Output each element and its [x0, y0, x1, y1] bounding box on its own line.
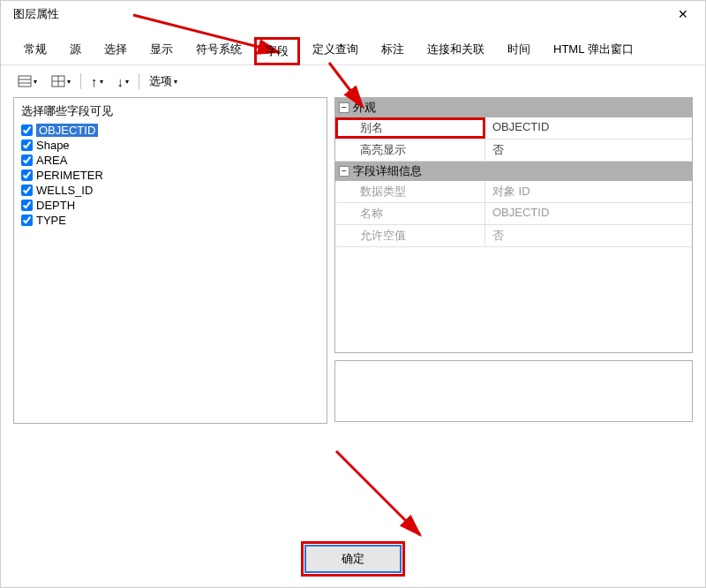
list-icon: [18, 74, 32, 88]
svg-rect-0: [19, 76, 31, 87]
property-value: 否: [485, 225, 692, 246]
options-button[interactable]: 选项 ▾: [145, 71, 182, 92]
field-checkbox[interactable]: [21, 200, 33, 211]
toolbar-separator: [139, 73, 139, 89]
field-label: TYPE: [36, 214, 66, 227]
arrow-down-icon: ↓: [117, 74, 124, 89]
toolbar: ▾ ▾ ↑ ▾ ↓ ▾ 选项 ▾: [1, 65, 705, 97]
close-button[interactable]: ✕: [670, 1, 696, 27]
tab-符号系统[interactable]: 符号系统: [185, 36, 252, 64]
field-label: PERIMETER: [36, 169, 103, 182]
field-checkbox[interactable]: [21, 185, 33, 196]
caret-icon: ▾: [125, 78, 129, 86]
tab-label: 符号系统: [196, 42, 242, 56]
tab-连接和关联[interactable]: 连接和关联: [417, 36, 495, 64]
group-appearance-header[interactable]: − 外观: [335, 98, 692, 117]
field-item[interactable]: DEPTH: [19, 198, 321, 213]
property-name: 数据类型: [335, 181, 485, 202]
table-icon: [51, 74, 65, 88]
property-value: OBJECTID: [485, 117, 692, 139]
caret-icon: ▾: [34, 78, 37, 86]
field-label: AREA: [36, 154, 67, 167]
field-table-button[interactable]: ▾: [47, 72, 75, 91]
property-name: 允许空值: [335, 225, 485, 246]
right-wrap: − 外观 别名OBJECTID高亮显示否 − 字段详细信息 数据类型对象 ID名…: [334, 97, 693, 424]
field-item[interactable]: TYPE: [19, 213, 321, 228]
footer: 确定: [1, 545, 705, 573]
field-checkbox[interactable]: [21, 124, 33, 136]
caret-icon: ▾: [67, 78, 71, 86]
group-detail-header[interactable]: − 字段详细信息: [335, 162, 692, 181]
property-value: 否: [485, 139, 692, 161]
close-icon: ✕: [678, 7, 688, 21]
property-name: 名称: [335, 203, 485, 224]
properties-pane: − 外观 别名OBJECTID高亮显示否 − 字段详细信息 数据类型对象 ID名…: [334, 97, 693, 353]
layer-properties-dialog: 图层属性 ✕ 常规源选择显示符号系统字段定义查询标注连接和关联时间HTML 弹出…: [0, 0, 706, 588]
move-down-button[interactable]: ↓ ▾: [113, 72, 134, 92]
tab-常规[interactable]: 常规: [13, 36, 57, 64]
field-item[interactable]: AREA: [19, 153, 321, 168]
collapse-icon: −: [339, 102, 349, 113]
titlebar: 图层属性 ✕: [1, 1, 705, 27]
field-label: WELLS_ID: [36, 184, 93, 197]
tab-label: 定义查询: [312, 42, 358, 56]
property-name: 高亮显示: [335, 139, 485, 161]
tab-显示[interactable]: 显示: [139, 36, 184, 64]
tab-源[interactable]: 源: [59, 36, 92, 64]
description-pane: [334, 360, 693, 422]
tab-label: 源: [70, 42, 81, 56]
field-item[interactable]: OBJECTID: [19, 123, 321, 138]
tab-定义查询[interactable]: 定义查询: [302, 36, 369, 64]
ok-label: 确定: [342, 551, 364, 567]
tab-label: 时间: [507, 42, 530, 56]
tab-label: HTML 弹出窗口: [553, 42, 634, 56]
property-value: 对象 ID: [485, 181, 692, 202]
field-label: OBJECTID: [36, 124, 98, 137]
field-checkbox[interactable]: [21, 215, 33, 226]
content: 选择哪些字段可见 OBJECTIDShapeAREAPERIMETERWELLS…: [1, 97, 705, 424]
tab-label: 字段: [266, 44, 289, 57]
ok-button[interactable]: 确定: [304, 545, 402, 573]
tab-HTML 弹出窗口[interactable]: HTML 弹出窗口: [543, 36, 644, 64]
field-checkbox[interactable]: [21, 139, 33, 151]
tab-label: 标注: [381, 42, 404, 56]
tab-时间[interactable]: 时间: [497, 36, 541, 64]
tab-字段[interactable]: 字段: [254, 37, 300, 65]
tab-label: 连接和关联: [427, 42, 484, 56]
field-checkbox[interactable]: [21, 155, 33, 166]
fields-list-title: 选择哪些字段可见: [21, 103, 321, 119]
dialog-title: 图层属性: [13, 6, 59, 22]
group-detail-label: 字段详细信息: [353, 163, 422, 179]
field-list-button[interactable]: ▾: [13, 72, 41, 91]
property-name: 别名: [335, 117, 485, 139]
tab-选择[interactable]: 选择: [94, 36, 138, 64]
tab-label: 显示: [150, 42, 173, 56]
tab-label: 常规: [24, 42, 47, 56]
property-value: OBJECTID: [485, 203, 692, 224]
options-label: 选项: [149, 73, 172, 89]
move-up-button[interactable]: ↑ ▾: [86, 72, 108, 92]
property-row[interactable]: 允许空值否: [335, 225, 692, 247]
fields-list-pane: 选择哪些字段可见 OBJECTIDShapeAREAPERIMETERWELLS…: [13, 97, 327, 424]
caret-icon: ▾: [100, 78, 103, 86]
property-row[interactable]: 名称OBJECTID: [335, 203, 692, 225]
toolbar-separator: [80, 73, 81, 89]
tab-标注[interactable]: 标注: [371, 36, 415, 64]
arrow-up-icon: ↑: [91, 74, 98, 89]
caret-icon: ▾: [174, 78, 177, 86]
group-appearance-label: 外观: [353, 100, 376, 116]
field-item[interactable]: WELLS_ID: [19, 183, 321, 198]
field-item[interactable]: Shape: [19, 138, 321, 153]
annotation-arrow: [336, 451, 442, 548]
property-row[interactable]: 数据类型对象 ID: [335, 181, 692, 203]
property-row[interactable]: 高亮显示否: [335, 139, 692, 162]
field-label: Shape: [36, 139, 70, 152]
tabs: 常规源选择显示符号系统字段定义查询标注连接和关联时间HTML 弹出窗口: [1, 27, 705, 65]
svg-line-8: [336, 451, 420, 535]
tab-label: 选择: [104, 42, 127, 56]
field-label: DEPTH: [36, 199, 75, 212]
field-checkbox[interactable]: [21, 170, 33, 181]
collapse-icon: −: [339, 166, 349, 177]
property-row[interactable]: 别名OBJECTID: [335, 117, 692, 139]
field-item[interactable]: PERIMETER: [19, 168, 321, 183]
